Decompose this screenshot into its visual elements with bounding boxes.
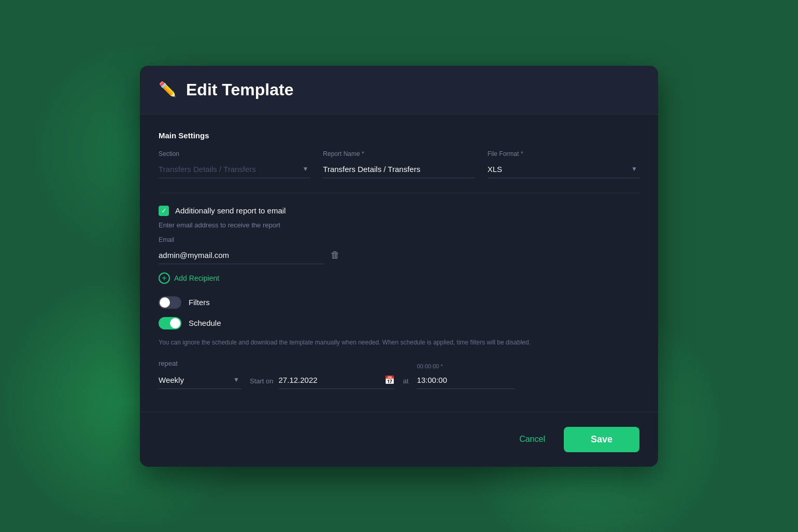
repeat-group: repeat Daily Weekly Monthly ▼	[159, 360, 241, 389]
main-settings-row: Section Transfers Details / Transfers ▼ …	[159, 150, 639, 178]
delete-email-icon[interactable]: 🗑	[331, 250, 340, 261]
schedule-toggle-knob	[170, 318, 180, 328]
save-button[interactable]: Save	[564, 427, 639, 452]
email-input[interactable]	[159, 247, 324, 264]
date-input-wrapper: 📅	[279, 371, 395, 389]
repeat-select[interactable]: Daily Weekly Monthly	[159, 371, 241, 389]
section-select[interactable]: Transfers Details / Transfers	[159, 161, 310, 178]
section-title: Main Settings	[159, 131, 639, 140]
modal-footer: Cancel Save	[140, 412, 658, 467]
edit-template-modal: ✏️ Edit Template Main Settings Section T…	[140, 66, 658, 467]
repeat-label: repeat	[159, 360, 241, 367]
section-label: Section	[159, 150, 310, 157]
checkmark-icon: ✓	[161, 207, 167, 214]
section-select-wrapper: Transfers Details / Transfers ▼	[159, 161, 310, 178]
email-checkbox-label: Additionally send report to email	[175, 206, 286, 215]
email-field-label: Email	[159, 236, 639, 243]
calendar-icon: 📅	[384, 375, 395, 385]
file-format-select-wrapper: XLS CSV PDF ▼	[488, 161, 639, 178]
time-hint: 00:00:00 *	[417, 363, 515, 369]
file-format-select[interactable]: XLS CSV PDF	[488, 161, 639, 178]
add-recipient-button[interactable]: + Add Recipient	[159, 272, 639, 284]
schedule-toggle-label: Schedule	[189, 319, 221, 327]
email-hint: Enter email address to receive the repor…	[159, 221, 639, 229]
email-row: 🗑	[159, 247, 639, 264]
time-group: 00:00:00 *	[417, 363, 515, 389]
filters-toggle-label: Filters	[189, 298, 210, 307]
edit-icon: ✏️	[159, 82, 177, 97]
file-format-label: File Format	[488, 150, 639, 157]
email-checkbox-row[interactable]: ✓ Additionally send report to email	[159, 206, 639, 216]
filters-toggle-row: Filters	[159, 296, 639, 309]
cancel-button[interactable]: Cancel	[511, 429, 553, 449]
at-label: at	[403, 377, 409, 389]
schedule-row: repeat Daily Weekly Monthly ▼ Start on	[159, 360, 639, 389]
filters-toggle[interactable]	[159, 296, 181, 309]
section-field: Section Transfers Details / Transfers ▼	[159, 150, 310, 178]
report-name-label: Report Name	[323, 150, 475, 157]
start-on-label: Start on	[250, 377, 274, 389]
date-input[interactable]	[279, 371, 381, 389]
file-format-field: File Format XLS CSV PDF ▼	[488, 150, 639, 178]
filters-toggle-knob	[160, 297, 170, 308]
schedule-toggle[interactable]	[159, 317, 181, 329]
email-checkbox[interactable]: ✓	[159, 206, 169, 216]
modal-header: ✏️ Edit Template	[140, 66, 658, 114]
modal-body: Main Settings Section Transfers Details …	[140, 114, 658, 408]
time-input[interactable]	[417, 371, 515, 389]
schedule-toggle-row: Schedule	[159, 317, 639, 329]
schedule-hint: You can ignore the schedule and download…	[159, 338, 639, 347]
divider-1	[159, 193, 639, 193]
report-name-input[interactable]	[323, 161, 475, 178]
report-name-field: Report Name	[323, 150, 475, 178]
modal-title: Edit Template	[186, 80, 293, 99]
add-recipient-label: Add Recipient	[174, 274, 219, 282]
start-on-group: Start on 📅	[250, 371, 395, 389]
add-recipient-icon: +	[159, 272, 170, 284]
repeat-select-wrapper: Daily Weekly Monthly ▼	[159, 371, 241, 389]
